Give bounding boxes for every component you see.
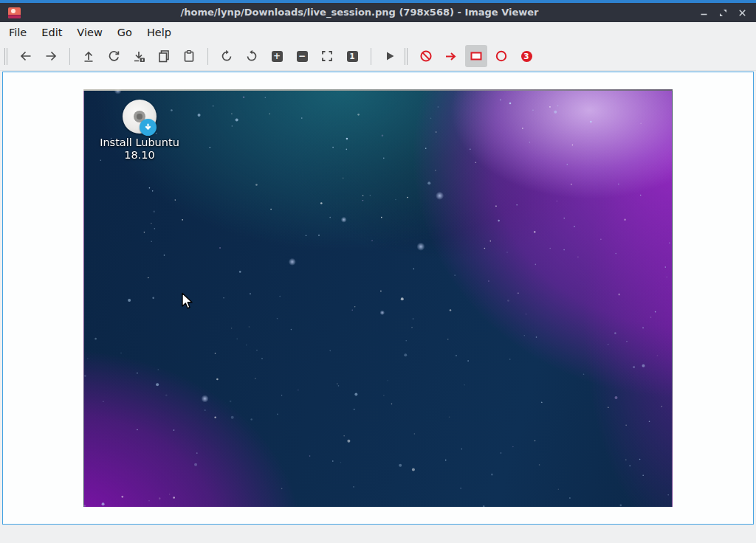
toolbar-separator [69, 48, 70, 65]
next-button[interactable] [40, 45, 62, 67]
zoom-out-glyph: − [298, 52, 306, 60]
restore-icon [718, 8, 728, 18]
zoom-original-button[interactable]: 1 [341, 45, 363, 67]
titlebar[interactable]: /home/lynp/Downloads/live_session.png (7… [0, 3, 756, 22]
disc-hole-center [137, 114, 142, 120]
rotate-counterclockwise-button[interactable] [241, 45, 263, 67]
close-icon [738, 8, 747, 18]
rotate-clockwise-icon [219, 49, 234, 63]
arrow-right-icon [44, 49, 58, 63]
window-controls [698, 7, 747, 18]
annotation-number-button[interactable]: 3 [515, 45, 537, 67]
go-up-button[interactable] [78, 45, 100, 67]
menu-view[interactable]: View [69, 24, 109, 41]
close-button[interactable] [737, 7, 747, 18]
number-badge-value: 3 [523, 52, 529, 60]
no-symbol-icon [419, 49, 433, 63]
red-arrow-icon [444, 49, 458, 63]
download-arrow-icon [142, 122, 154, 133]
screenshot-top-edge [83, 89, 673, 91]
zoom-in-button[interactable]: + [266, 45, 288, 67]
zoom-original-icon: 1 [347, 51, 358, 62]
toolbar: + − 1 3 [0, 42, 756, 71]
zoom-in-glyph: + [273, 52, 281, 60]
image-viewport[interactable]: Install Lubuntu 18.10 [2, 72, 754, 525]
zoom-out-button[interactable]: − [291, 45, 313, 67]
desktop-icon-label-line1: Install Lubuntu [91, 136, 188, 149]
install-lubuntu-desktop-icon: Install Lubuntu 18.10 [91, 100, 188, 161]
mouse-cursor [181, 292, 193, 310]
previous-button[interactable] [15, 45, 37, 67]
rotate-clockwise-button[interactable] [216, 45, 238, 67]
annotation-none-button[interactable] [415, 45, 437, 67]
app-icon-sun [11, 9, 16, 13]
red-circle-icon [494, 49, 509, 63]
menu-file[interactable]: File [1, 24, 34, 41]
app-icon-stripe [8, 15, 21, 18]
paste-button[interactable] [178, 45, 200, 67]
app-icon [8, 7, 21, 18]
reload-icon [106, 49, 121, 63]
paste-clipboard-icon [182, 49, 196, 63]
zoom-in-icon: + [272, 51, 283, 62]
zoom-out-icon: − [297, 51, 308, 62]
menubar: File Edit View Go Help [0, 22, 756, 42]
copy-button[interactable] [153, 45, 175, 67]
save-download-icon [131, 49, 146, 63]
annotation-arrow-button[interactable] [440, 45, 462, 67]
annotation-circle-button[interactable] [490, 45, 512, 67]
window-title: /home/lynp/Downloads/live_session.png (7… [30, 3, 690, 22]
save-button[interactable] [128, 45, 150, 67]
upload-arrow-icon [81, 49, 96, 63]
desktop-icon-label-line2: 18.10 [91, 149, 188, 162]
play-icon [382, 49, 397, 63]
minimize-button[interactable] [698, 7, 709, 18]
menu-edit[interactable]: Edit [34, 24, 69, 41]
reload-button[interactable] [103, 45, 125, 67]
desktop-icon-label: Install Lubuntu 18.10 [91, 136, 188, 161]
annotation-rectangle-button[interactable] [465, 45, 487, 67]
fit-screen-icon [320, 49, 334, 63]
number-badge-icon: 3 [521, 51, 532, 62]
menu-go[interactable]: Go [110, 24, 140, 41]
red-rectangle-icon [469, 49, 484, 63]
rotate-counterclockwise-icon [244, 49, 259, 63]
copy-icon [157, 49, 171, 63]
zoom-original-glyph: 1 [349, 52, 354, 60]
arrow-left-icon [18, 49, 33, 63]
restore-button[interactable] [718, 7, 728, 18]
minimize-icon [699, 8, 709, 18]
toolbar-drag-handle[interactable] [4, 48, 7, 65]
toolbar-separator [207, 48, 208, 65]
toolbar-separator [371, 48, 371, 65]
menu-help[interactable]: Help [140, 24, 179, 41]
slideshow-play-button[interactable] [379, 45, 401, 67]
download-badge-icon [140, 119, 157, 136]
annotation-toolbar-drag-handle[interactable] [405, 48, 408, 65]
zoom-fit-button[interactable] [316, 45, 338, 67]
viewed-image[interactable]: Install Lubuntu 18.10 [83, 89, 673, 507]
